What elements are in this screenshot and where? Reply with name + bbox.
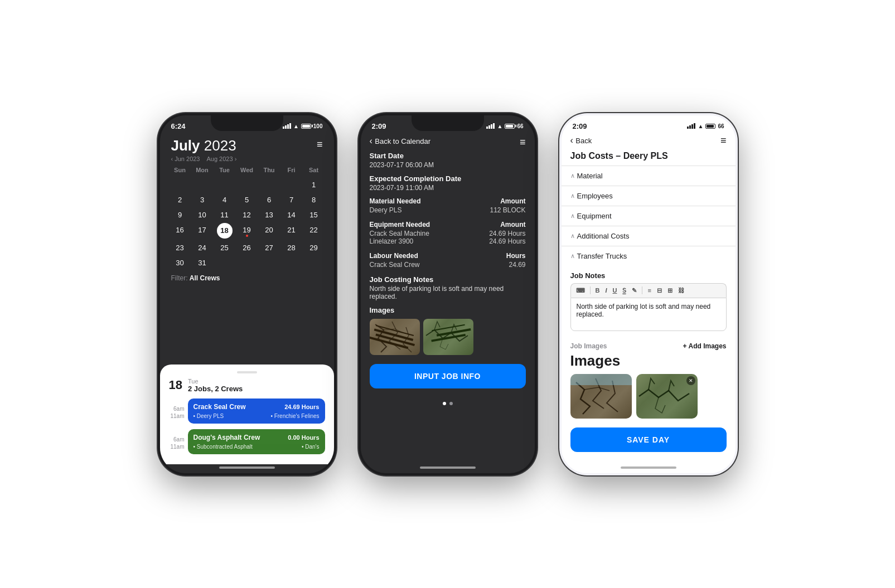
battery-label-2: 66 xyxy=(517,123,523,129)
input-job-info-button[interactable]: INPUT JOB INFO xyxy=(370,364,526,388)
svg-rect-0 xyxy=(570,374,632,385)
accordion-additional-costs[interactable]: ∧ Additional Costs xyxy=(562,226,736,246)
material-amount-label: Amount xyxy=(490,197,525,205)
back-link-3[interactable]: Back xyxy=(570,135,592,145)
add-images-button[interactable]: + Add Images xyxy=(683,342,727,350)
page-dot-1 xyxy=(443,402,446,405)
bottom-sheet: 18 Tue 2 Jobs, 2 Crews 6am 11am xyxy=(160,365,334,464)
link-button[interactable]: ⛓ xyxy=(676,286,686,295)
editor-toolbar: ⌨ B I U S̲ ✎ ≡ ⊟ ⊞ ⛓ xyxy=(570,283,727,298)
sheet-date-day: Tue xyxy=(188,378,243,385)
job-card-1[interactable]: Crack Seal Crew 24.69 Hours • Deery PLS … xyxy=(188,399,325,424)
phones-container: 6:24 ▲ 100 xyxy=(158,113,738,475)
home-indicator-1[interactable] xyxy=(219,466,275,469)
status-icons-2: ▲ 66 xyxy=(486,123,523,129)
page-indicator xyxy=(361,397,535,410)
next-month-nav[interactable]: Aug 2023 › xyxy=(206,155,236,162)
cal-week-3: 9 10 11 12 13 14 15 xyxy=(169,208,325,222)
battery-icon-3 xyxy=(705,124,715,129)
home-indicator-3[interactable] xyxy=(621,466,676,469)
start-date-value: 2023-07-17 06:00 AM xyxy=(370,161,526,169)
notch-1 xyxy=(211,115,283,131)
job1-time-end: 11am xyxy=(169,412,185,420)
status-time-3: 2:09 xyxy=(573,122,587,130)
notes-label: Job Costing Notes xyxy=(370,275,526,284)
menu-icon-2[interactable]: ≡ xyxy=(520,137,526,147)
cal-week-1: 1 xyxy=(169,178,325,192)
job-images-header: Job Images + Add Images xyxy=(562,337,736,352)
month-year: July 2023 xyxy=(171,137,237,154)
menu-icon[interactable]: ≡ xyxy=(317,139,323,149)
equipment-label: Equipment Needed xyxy=(370,221,430,229)
sheet-drag-indicator[interactable] xyxy=(237,371,257,373)
outdent-button[interactable]: ⊞ xyxy=(666,286,674,295)
back-to-calendar-link[interactable]: Back to Calendar xyxy=(370,136,431,146)
phone-3: 2:09 ▲ 66 xyxy=(559,113,738,475)
accordion-equipment-label: Equipment xyxy=(577,212,612,220)
job1-loc1: • Deery PLS xyxy=(193,413,224,419)
cal-week-6: 30 31 xyxy=(169,256,325,270)
back-header-2: Back to Calendar ≡ xyxy=(361,133,535,152)
completion-section: Expected Completion Date 2023-07-19 11:0… xyxy=(370,174,526,192)
job-image-1[interactable] xyxy=(370,319,420,355)
status-time-1: 6:24 xyxy=(171,122,186,130)
accordion-equipment[interactable]: ∧ Equipment xyxy=(562,206,736,226)
list-button[interactable]: ≡ xyxy=(646,286,652,295)
labour-section: Labour Needed Crack Seal Crew Hours 24.6… xyxy=(370,252,526,269)
notch-2 xyxy=(412,115,484,131)
accordion-material-label: Material xyxy=(577,172,603,180)
chevron-up-transfer: ∧ xyxy=(570,252,575,260)
accordion-employees-label: Employees xyxy=(577,192,613,200)
page-title-3: Job Costs – Deery PLS xyxy=(562,151,736,166)
labour-hours-label: Hours xyxy=(506,252,526,260)
job-card-2[interactable]: Doug's Asphalt Crew 0.00 Hours • Subcont… xyxy=(188,429,325,454)
equipment2-name: Linelazer 3900 xyxy=(370,237,430,245)
remove-image-icon[interactable]: ✕ xyxy=(686,376,695,385)
status-icons-1: ▲ 100 xyxy=(283,123,323,129)
cost-image-1[interactable] xyxy=(570,374,632,419)
chevron-up-material: ∧ xyxy=(570,172,575,179)
accordion-transfer-label: Transfer Trucks xyxy=(577,252,627,260)
job2-loc1: • Subcontracted Asphalt xyxy=(193,444,253,450)
phone-1: 6:24 ▲ 100 xyxy=(158,113,336,475)
battery-label-3: 66 xyxy=(718,123,724,129)
strikethrough-button[interactable]: S̲ xyxy=(621,286,628,295)
menu-icon-3[interactable]: ≡ xyxy=(720,135,727,147)
bold-button[interactable]: B xyxy=(594,286,602,295)
accordion-transfer-trucks[interactable]: ∧ Transfer Trucks xyxy=(562,246,736,266)
job-notes-section: Job Notes ⌨ B I U S̲ ✎ ≡ ⊟ ⊞ ⛓ xyxy=(562,266,736,337)
wifi-icon-2: ▲ xyxy=(497,123,502,129)
status-time-2: 2:09 xyxy=(372,122,386,130)
job1-loc2: • Frenchie's Felines xyxy=(270,413,319,419)
completion-label: Expected Completion Date xyxy=(370,174,526,183)
accordion-material[interactable]: ∧ Material xyxy=(562,166,736,186)
editor-area[interactable]: North side of parking lot is soft and ma… xyxy=(570,298,727,331)
prev-month-nav[interactable]: ‹ Jun 2023 xyxy=(171,155,200,162)
indent-button[interactable]: ⊟ xyxy=(655,286,664,295)
edit-button[interactable]: ✎ xyxy=(630,286,638,295)
equipment2-amount: 24.69 Hours xyxy=(489,237,525,245)
accordion-employees[interactable]: ∧ Employees xyxy=(562,186,736,206)
job-notes-title: Job Notes xyxy=(570,271,727,280)
underline-button[interactable]: U xyxy=(611,286,619,295)
equipment1-amount: 24.69 Hours xyxy=(489,230,525,237)
keyboard-icon[interactable]: ⌨ xyxy=(574,286,587,295)
material-label: Material Needed xyxy=(370,197,421,205)
save-day-button[interactable]: SAVE DAY xyxy=(570,427,727,452)
italic-button[interactable]: I xyxy=(603,286,608,295)
images-grid-3: ✕ xyxy=(562,374,736,425)
cal-week-4: 16 17 18 19 20 21 22 xyxy=(169,223,325,240)
job-image-2[interactable] xyxy=(423,319,473,355)
battery-icon-1 xyxy=(301,124,311,129)
costing-notes-section: Job Costing Notes North side of parking … xyxy=(370,275,526,300)
home-indicator-2[interactable] xyxy=(420,466,476,469)
material-section: Material Needed Deery PLS Amount 112 BLO… xyxy=(370,197,526,214)
accordion-additional-label: Additional Costs xyxy=(577,232,630,240)
cost-image-2[interactable]: ✕ xyxy=(636,374,698,419)
chevron-up-additional: ∧ xyxy=(570,232,575,240)
toolbar-sep-1 xyxy=(590,286,591,294)
status-icons-3: ▲ 66 xyxy=(687,123,724,129)
job2-crew-name: Doug's Asphalt Crew xyxy=(193,434,260,441)
signal-icon-1 xyxy=(283,123,291,129)
notch-3 xyxy=(612,115,685,131)
